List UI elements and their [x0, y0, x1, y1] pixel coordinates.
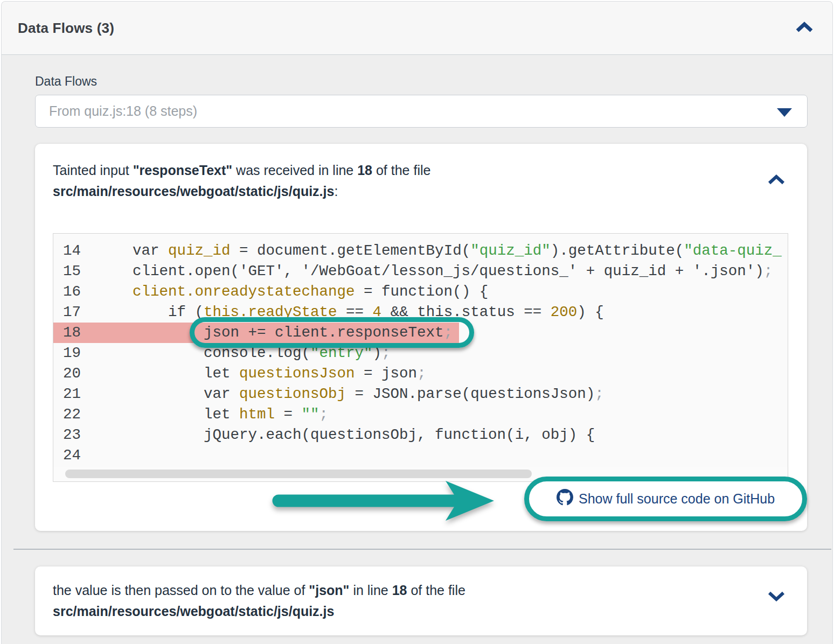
code-lines: 14 var quiz_id = document.getElementById… [53, 241, 788, 466]
line-number: 16 [53, 282, 97, 302]
code-text: jQuery.each(questionsObj, function(i, ob… [97, 425, 595, 445]
code-snippet: 14 var quiz_id = document.getElementById… [53, 233, 788, 482]
line-number: 19 [53, 343, 97, 363]
step-expand-button[interactable] [765, 588, 788, 606]
code-text: client.open('GET', '/WebGoat/lesson_js/q… [97, 261, 773, 282]
code-line: 15 client.open('GET', '/WebGoat/lesson_j… [53, 261, 788, 282]
line-number: 24 [53, 445, 97, 466]
code-text: var questionsObj = JSON.parse(questionsJ… [97, 384, 604, 404]
next-step-card: the value is then passed on to the value… [35, 566, 807, 635]
github-icon [557, 489, 573, 509]
data-flow-select-value: From quiz.js:18 (8 steps) [49, 103, 197, 119]
annotation-arrow [272, 477, 509, 525]
chevron-up-icon [767, 179, 786, 187]
line-number: 17 [53, 302, 97, 323]
panel-title: Data Flows (3) [18, 20, 114, 37]
code-text: var quiz_id = document.getElementById("q… [97, 241, 782, 261]
github-link-annotation-oval: Show full source code on GitHub [524, 477, 807, 521]
code-line: 21 var questionsObj = JSON.parse(questio… [53, 384, 788, 404]
code-line: 22 let html = ""; [53, 404, 788, 425]
code-line: 24 [53, 445, 788, 466]
code-text: json += client.responseText; [97, 323, 453, 343]
code-line: 23 jQuery.each(questionsObj, function(i,… [53, 425, 788, 445]
data-flows-select-label: Data Flows [35, 74, 807, 89]
line-number: 22 [53, 404, 97, 425]
step-description: Tainted input "responseText" was receive… [35, 144, 807, 202]
line-number: 20 [53, 363, 97, 384]
line-number: 14 [53, 241, 97, 261]
code-line: 16 client.onreadystatechange = function(… [53, 282, 788, 302]
code-line: 17 if (this.readyState == 4 && this.stat… [53, 302, 788, 323]
data-flow-select[interactable]: From quiz.js:18 (8 steps) [35, 95, 808, 128]
line-number: 23 [53, 425, 97, 445]
code-line: 19 console.log("entry"); [53, 343, 788, 363]
code-line: 20 let questionsJson = json; [53, 363, 788, 384]
code-line: 14 var quiz_id = document.getElementById… [53, 241, 788, 261]
data-flow-step-card: Tainted input "responseText" was receive… [35, 144, 807, 531]
data-flows-panel: Data Flows (3) Data Flows From quiz.js:1… [1, 1, 833, 644]
chevron-up-icon [795, 27, 814, 36]
code-text: console.log("entry"); [97, 343, 391, 363]
code-text: let questionsJson = json; [97, 363, 426, 384]
github-link-label: Show full source code on GitHub [579, 491, 775, 507]
chevron-down-icon [767, 596, 786, 604]
code-text: if (this.readyState == 4 && this.status … [97, 302, 604, 323]
code-text: let html = ""; [97, 404, 328, 425]
show-source-github-link[interactable]: Show full source code on GitHub [557, 489, 775, 509]
next-step-description: the value is then passed on to the value… [53, 580, 742, 622]
line-number: 15 [53, 261, 97, 282]
line-number: 21 [53, 384, 97, 404]
panel-collapse-button[interactable] [793, 19, 816, 38]
step-collapse-button[interactable] [765, 172, 788, 190]
section-divider [13, 549, 831, 550]
code-line: 18 json += client.responseText; [53, 323, 788, 343]
code-text: client.onreadystatechange = function() { [97, 282, 488, 302]
chevron-down-icon [777, 108, 792, 117]
line-number: 18 [53, 323, 97, 343]
panel-header: Data Flows (3) [2, 2, 832, 55]
code-scrollbar-thumb[interactable] [65, 470, 532, 478]
panel-body: Data Flows From quiz.js:18 (8 steps) Tai… [2, 55, 832, 635]
